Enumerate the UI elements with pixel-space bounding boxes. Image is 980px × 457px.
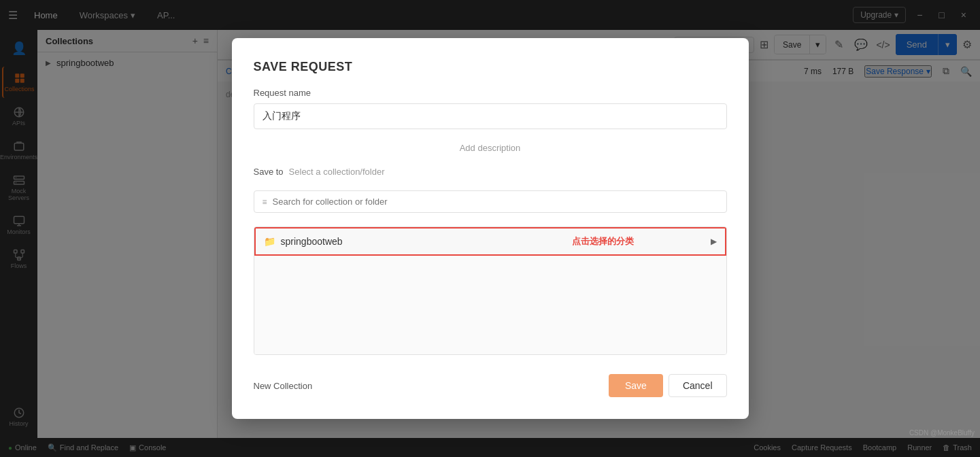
modal-footer: New Collection Save Cancel bbox=[254, 374, 727, 397]
save-to-label: Save to bbox=[254, 167, 284, 177]
request-name-label: Request name bbox=[254, 88, 727, 98]
save-to-row: Save to Select a collection/folder bbox=[254, 167, 727, 177]
request-name-section: Request name bbox=[254, 88, 727, 129]
modal-overlay: SAVE REQUEST Request name Add descriptio… bbox=[0, 0, 980, 457]
modal-title: SAVE REQUEST bbox=[254, 60, 727, 74]
request-name-input[interactable] bbox=[254, 103, 727, 129]
csdn-watermark: CSDN @MonkeBluffy bbox=[909, 429, 975, 437]
add-description-button[interactable]: Add description bbox=[254, 143, 727, 153]
save-request-modal: SAVE REQUEST Request name Add descriptio… bbox=[232, 38, 749, 419]
modal-save-button[interactable]: Save bbox=[609, 374, 663, 397]
new-collection-button[interactable]: New Collection bbox=[254, 381, 313, 391]
collection-row-expand-icon: ▶ bbox=[711, 237, 717, 246]
modal-cancel-button[interactable]: Cancel bbox=[669, 374, 727, 397]
collection-list-empty-area bbox=[254, 256, 726, 355]
collection-folder-icon: 📁 bbox=[264, 236, 275, 247]
collection-row-name: springbootweb bbox=[281, 236, 496, 247]
collection-search-bar: ≡ bbox=[254, 190, 727, 213]
collection-search-input[interactable] bbox=[273, 197, 718, 207]
collection-row-annotation: 点击选择的分类 bbox=[496, 235, 711, 248]
modal-actions: Save Cancel bbox=[609, 374, 727, 397]
save-to-placeholder: Select a collection/folder bbox=[289, 167, 385, 177]
collection-list: 📁 springbootweb 点击选择的分类 ▶ bbox=[254, 226, 727, 355]
collection-row-springbootweb[interactable]: 📁 springbootweb 点击选择的分类 ▶ bbox=[254, 227, 726, 256]
search-icon: ≡ bbox=[263, 197, 267, 207]
